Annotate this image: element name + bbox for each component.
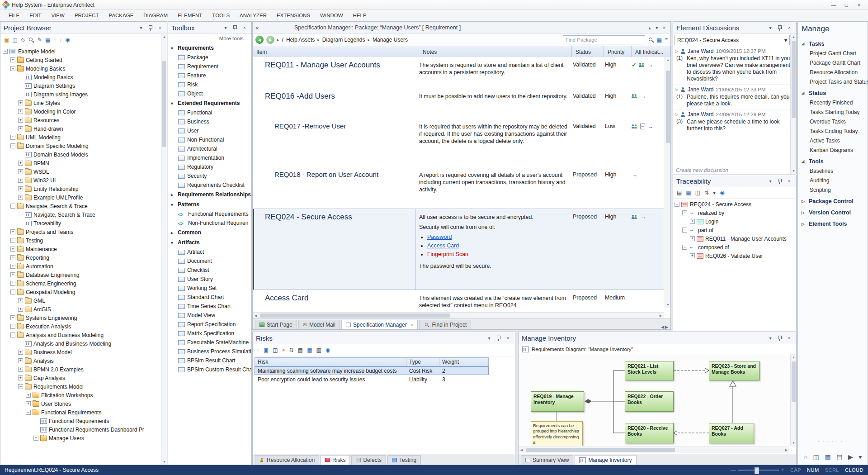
toolbox-entry[interactable]: Common [168, 228, 251, 238]
toolbox-entry[interactable]: Report Specification [168, 320, 251, 329]
column-indicators[interactable]: All Indicat... [632, 46, 670, 58]
scroll-up-icon[interactable]: ▲ [791, 34, 797, 40]
breadcrumb-item[interactable]: Help Assets [286, 37, 315, 43]
tree-item[interactable]: Diagram Settings [1, 81, 160, 90]
spec-item-name[interactable]: REQ016 -Add Users [265, 92, 335, 101]
manage-entry[interactable]: Tasks [798, 39, 868, 48]
tree-item[interactable]: Elicitation Workshops [1, 391, 160, 399]
tab-testing[interactable]: Testing [387, 455, 421, 465]
menu-item[interactable]: EXTENSIONS [272, 10, 315, 21]
list-icon[interactable]: ▤ [836, 453, 842, 461]
tree-item[interactable]: Execution Analysis [1, 322, 160, 331]
home-icon[interactable]: ⌂ [804, 453, 807, 461]
expander-icon[interactable] [10, 135, 15, 140]
scroll-thumb[interactable] [666, 71, 670, 143]
scroll-down-icon[interactable]: ▼ [791, 440, 797, 446]
expander-icon[interactable] [18, 384, 23, 389]
toolbox-entry[interactable]: Implementation [168, 153, 251, 162]
toolbox-entry[interactable]: Requirement [168, 62, 251, 71]
chevron-down-icon[interactable]: ▾ [137, 24, 145, 31]
trace-arrow-icon[interactable]: → [647, 123, 653, 130]
manage-entry[interactable]: Tools [798, 157, 868, 166]
access-card-link[interactable]: Access Card [427, 242, 459, 249]
spec-item-name[interactable]: REQ011 - Manage User Accounts [265, 61, 380, 70]
tree-item[interactable]: Functional Requirements Dashboard Pr [1, 425, 160, 434]
toolbox-entry[interactable]: Requirements Checklist [168, 180, 251, 190]
menu-item[interactable]: ANALYZER [235, 10, 272, 21]
expander-icon[interactable]: ▷ [675, 87, 678, 92]
trace-item[interactable]: REQ026 - Validate User [673, 252, 796, 260]
pin-icon[interactable] [147, 24, 154, 31]
expander-icon[interactable] [682, 228, 687, 233]
toolbox-entry[interactable]: Regulatory [168, 162, 251, 171]
discussion-entry[interactable]: ▷ Jane Ward 10/09/2015 12:37 PM (1) Ken,… [673, 46, 796, 85]
expander-icon[interactable] [10, 264, 15, 269]
expander-icon[interactable] [18, 126, 23, 131]
statusbar-indicator[interactable]: CAP [790, 467, 801, 473]
tab-find-in-project[interactable]: Find in Project [419, 320, 472, 329]
trace-item[interactable]: REQ011 - Manage User Accounts [673, 234, 796, 243]
toolbox-entry[interactable]: Non-Functional Requiren [168, 218, 251, 228]
toolbox-entry[interactable]: Business [168, 117, 251, 126]
scroll-up-icon[interactable]: ▲ [791, 354, 797, 360]
pin-icon[interactable] [495, 335, 502, 342]
expander-icon[interactable] [10, 290, 15, 294]
print-icon[interactable]: ▤ [298, 347, 303, 353]
toolbox-entry[interactable]: Extended Requirements [168, 98, 251, 108]
manage-entry[interactable]: Recently Finished [798, 98, 868, 107]
scroll-thumb[interactable] [526, 448, 675, 452]
breadcrumb-item[interactable]: Diagram Legends [322, 37, 365, 43]
discussions-icon[interactable] [632, 124, 638, 129]
tab-risks[interactable]: Risks [321, 455, 350, 465]
copy-icon[interactable]: ◫ [273, 347, 278, 353]
delete-icon[interactable]: × [282, 347, 285, 353]
export-icon[interactable]: ▦ [307, 347, 312, 353]
expander-icon[interactable] [690, 236, 695, 241]
expander-icon[interactable]: ▷ [675, 112, 678, 117]
search-icon[interactable] [648, 37, 654, 43]
expander-icon[interactable]: ▷ [675, 49, 678, 53]
tree-item[interactable]: Gap Analysis [1, 374, 160, 382]
risk-row-selected[interactable]: Maintaining scanning software may increa… [255, 366, 489, 375]
tree-item[interactable]: Entity Relationship [1, 185, 160, 193]
zoom-slider-thumb[interactable] [755, 467, 759, 474]
spec-row[interactable]: REQ017 -Remove User It is required that … [253, 119, 664, 167]
tree-item[interactable]: UML Modeling [1, 133, 160, 142]
manage-entry[interactable]: Kanban Diagrams [798, 145, 868, 155]
more-tools-link[interactable]: More tools... [168, 34, 251, 43]
scroll-down-icon[interactable]: ▼ [791, 168, 797, 174]
expander-icon[interactable] [10, 255, 15, 260]
help-icon[interactable]: ◉ [720, 190, 724, 196]
expander-icon[interactable] [18, 358, 23, 363]
chart-icon[interactable]: ▥ [316, 347, 321, 353]
spec-row[interactable]: Access Card This element was created via… [253, 290, 664, 308]
expander-icon[interactable] [18, 109, 23, 114]
tree-item[interactable]: Hand-drawn [1, 124, 160, 133]
expander-icon[interactable] [18, 350, 23, 355]
tree-item[interactable]: Navigate, Search & Trace [1, 202, 160, 210]
save-icon[interactable]: ▣ [264, 347, 269, 353]
menu-item[interactable]: DIAGRAM [138, 10, 173, 21]
toolbox-entry[interactable]: Requirements [168, 43, 251, 53]
scrollbar[interactable]: ▲ ▼ [790, 354, 796, 446]
tree-item[interactable]: Resources [1, 116, 160, 124]
expander-icon[interactable] [26, 401, 31, 406]
trace-item[interactable]: composed of [673, 243, 796, 252]
manage-entry[interactable]: Active Tasks [798, 136, 868, 145]
trace-arrow-icon[interactable]: → [640, 214, 646, 220]
tree-item[interactable]: Getting Started [1, 56, 160, 64]
tab-start-page[interactable]: Start Page [255, 320, 297, 329]
spec-row[interactable]: REQ011 - Manage User Accounts The system… [253, 57, 664, 88]
spec-item-name[interactable]: Access Card [265, 294, 308, 303]
diagram-note[interactable]: Requirements can be grouped into hierarc… [531, 421, 583, 446]
toolbox-entry[interactable]: Executable StateMachine [168, 338, 251, 347]
tab-resource-allocation[interactable]: Resource Allocation [255, 455, 319, 465]
expander-icon[interactable] [10, 315, 15, 320]
requirement-box[interactable]: REQ021 - List Stock Levels [625, 361, 674, 380]
maximize-button[interactable]: □ [840, 1, 853, 9]
toolbox-entry[interactable]: Package [168, 53, 251, 62]
diagram-canvas[interactable]: REQ021 - List Stock Levels REQ023 - Stor… [519, 354, 790, 446]
tree-item[interactable]: Modeling in Color [1, 107, 160, 116]
menu-item[interactable]: EDIT [24, 10, 46, 21]
tree-item[interactable]: Example UMLProfile [1, 193, 160, 202]
